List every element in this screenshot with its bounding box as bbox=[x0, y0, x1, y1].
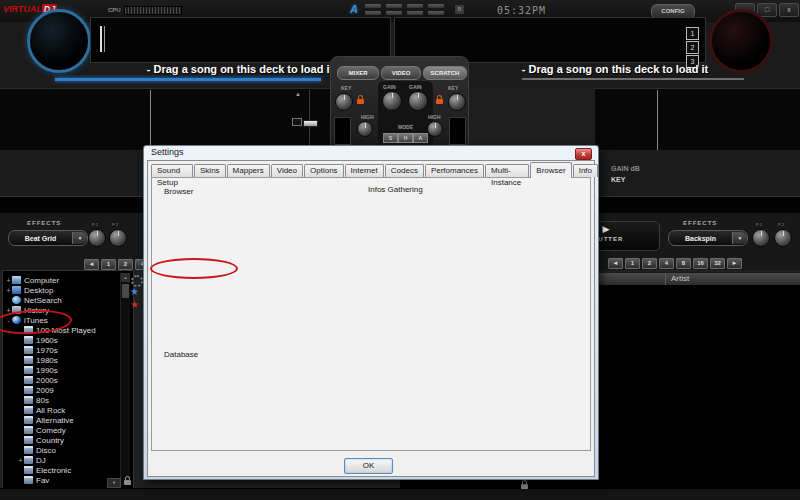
tree-item-playlist[interactable]: Fav bbox=[5, 475, 119, 485]
left-loop-buttons: ◄ 1 2 4 bbox=[84, 259, 150, 270]
gain-db-label: GAIN dB bbox=[611, 165, 640, 172]
loop-32-button[interactable]: 32 bbox=[710, 258, 725, 269]
tree-item-playlist[interactable]: 2000s bbox=[5, 375, 119, 385]
hotcue-1-button[interactable]: 1 bbox=[686, 27, 699, 40]
mode-a-button[interactable]: A bbox=[413, 133, 428, 143]
effects-left-dropdown[interactable]: Beat Grid ▼ bbox=[8, 230, 88, 246]
effects-left-label: EFFECTS bbox=[27, 220, 61, 226]
tree-item-playlist[interactable]: 1960s bbox=[5, 335, 119, 345]
high-right-label: HIGH bbox=[428, 114, 441, 120]
loop-forward-icon[interactable]: ► bbox=[727, 258, 742, 269]
loop-1-button[interactable]: 1 bbox=[625, 258, 640, 269]
expander-icon[interactable]: + bbox=[17, 457, 24, 464]
tab-codecs[interactable]: Codecs bbox=[385, 164, 424, 177]
gain-left-knob[interactable] bbox=[382, 91, 402, 111]
dropdown-arrow-icon[interactable]: ▼ bbox=[732, 232, 747, 244]
gain-right-knob[interactable] bbox=[408, 91, 428, 111]
loop-1-button[interactable]: 1 bbox=[101, 259, 116, 270]
pitch-slider-handle[interactable] bbox=[303, 120, 318, 127]
tree-item-playlist[interactable]: 80s bbox=[5, 395, 119, 405]
high-left-knob[interactable] bbox=[357, 121, 373, 137]
tree-item-playlist[interactable]: 1990s bbox=[5, 365, 119, 375]
tab-internet[interactable]: Internet bbox=[345, 164, 384, 177]
loop-4-button[interactable]: 4 bbox=[659, 258, 674, 269]
beat-indicator bbox=[365, 4, 381, 8]
mode-s-button[interactable]: S bbox=[383, 133, 398, 143]
tab-options[interactable]: Options bbox=[304, 164, 344, 177]
beat-keeper-row1 bbox=[365, 4, 451, 8]
dialog-tabs: Sound Setup Skins Mappers Video Options … bbox=[151, 162, 598, 177]
effects-left-knob1-label: P 1 bbox=[92, 222, 98, 227]
key-left-knob[interactable] bbox=[335, 93, 353, 111]
tree-item-playlist[interactable]: Electronic bbox=[5, 465, 119, 475]
browser-tree: +Computer +Desktop NetSearch +History -i… bbox=[5, 275, 119, 485]
expander-icon[interactable]: + bbox=[5, 287, 12, 294]
tree-lock-icon[interactable] bbox=[124, 480, 131, 485]
beat-indicator bbox=[365, 11, 381, 15]
high-right-knob[interactable] bbox=[427, 121, 443, 137]
artist-column-header[interactable]: Artist bbox=[671, 273, 689, 285]
tree-item-desktop[interactable]: +Desktop bbox=[5, 285, 119, 295]
left-lower-deck-panel bbox=[0, 88, 330, 151]
tree-item-playlist[interactable]: Country bbox=[5, 435, 119, 445]
loop-2-button[interactable]: 2 bbox=[642, 258, 657, 269]
tree-options-dropdown[interactable]: ▼ bbox=[107, 478, 121, 488]
tab-sound-setup[interactable]: Sound Setup bbox=[151, 164, 193, 177]
tab-perfomances[interactable]: Perfomances bbox=[425, 164, 484, 177]
tree-item-playlist[interactable]: 1970s bbox=[5, 345, 119, 355]
left-jog-wheel[interactable] bbox=[27, 9, 91, 73]
effects-right-knob2[interactable] bbox=[774, 229, 792, 247]
hotcue-2-button[interactable]: 2 bbox=[686, 41, 699, 54]
close-icon[interactable]: x bbox=[575, 148, 592, 160]
tab-mixer[interactable]: MIXER bbox=[337, 66, 379, 80]
scroll-up-icon[interactable]: ▲ bbox=[121, 273, 130, 282]
close-button[interactable]: x bbox=[779, 3, 799, 17]
loop-8-button[interactable]: 8 bbox=[676, 258, 691, 269]
tab-video[interactable]: VIDEO bbox=[381, 66, 421, 80]
mode-h-button[interactable]: H bbox=[398, 133, 413, 143]
tree-item-playlist[interactable]: 1980s bbox=[5, 355, 119, 365]
tab-mappers[interactable]: Mappers bbox=[227, 164, 270, 177]
favorite-add-icon[interactable]: ★ bbox=[130, 287, 139, 297]
tab-browser[interactable]: Browser bbox=[530, 162, 571, 178]
expander-icon[interactable]: + bbox=[5, 277, 12, 284]
tree-item-playlist[interactable]: Comedy bbox=[5, 425, 119, 435]
tree-item-playlist[interactable]: 2009 bbox=[5, 385, 119, 395]
tab-info[interactable]: Info bbox=[573, 164, 598, 177]
favorite-remove-icon[interactable]: ★ bbox=[130, 300, 139, 310]
key-right-lock-icon[interactable] bbox=[436, 99, 443, 104]
effects-right-knob1[interactable] bbox=[752, 229, 770, 247]
key-left-lock-icon[interactable] bbox=[357, 99, 364, 104]
effects-right-dropdown[interactable]: Backspin ▼ bbox=[668, 230, 748, 246]
tree-item-playlist[interactable]: Disco bbox=[5, 445, 119, 455]
tab-scratch[interactable]: SCRATCH bbox=[423, 66, 467, 80]
effects-right-value: Backspin bbox=[669, 235, 732, 242]
tree-item-playlist[interactable]: Alternative bbox=[5, 415, 119, 425]
tree-item-netsearch[interactable]: NetSearch bbox=[5, 295, 119, 305]
tree-item-label: Desktop bbox=[24, 286, 53, 295]
folder-icon bbox=[12, 286, 21, 294]
right-lower-deck-panel bbox=[595, 88, 800, 151]
loop-16-button[interactable]: 16 bbox=[693, 258, 708, 269]
tree-item-label: Disco bbox=[36, 446, 56, 455]
tree-item-computer[interactable]: +Computer bbox=[5, 275, 119, 285]
tab-skins[interactable]: Skins bbox=[194, 164, 226, 177]
ok-button[interactable]: OK bbox=[344, 458, 393, 474]
loop-back-icon[interactable]: ◄ bbox=[608, 258, 623, 269]
effects-left-knob2[interactable] bbox=[109, 229, 127, 247]
scrollbar-handle[interactable] bbox=[122, 284, 129, 298]
effects-left-knob1[interactable] bbox=[88, 229, 106, 247]
clock: 05:32PM bbox=[497, 5, 546, 16]
tree-scrollbar[interactable]: ▲ bbox=[120, 273, 130, 485]
tree-item-playlist[interactable]: All Rock bbox=[5, 405, 119, 415]
annotation-circle-show-itunes bbox=[150, 258, 238, 279]
tab-multi-instance[interactable]: Multi-Instance bbox=[485, 164, 529, 177]
dropdown-arrow-icon[interactable]: ▼ bbox=[72, 232, 87, 244]
loop-2-button[interactable]: 2 bbox=[118, 259, 133, 270]
key-right-knob[interactable] bbox=[448, 93, 466, 111]
pitch-up-icon[interactable]: ▲ bbox=[295, 91, 301, 97]
tab-video[interactable]: Video bbox=[271, 164, 303, 177]
tree-item-playlist[interactable]: +DJ bbox=[5, 455, 119, 465]
loop-back-icon[interactable]: ◄ bbox=[84, 259, 99, 270]
column-divider[interactable] bbox=[665, 273, 666, 285]
